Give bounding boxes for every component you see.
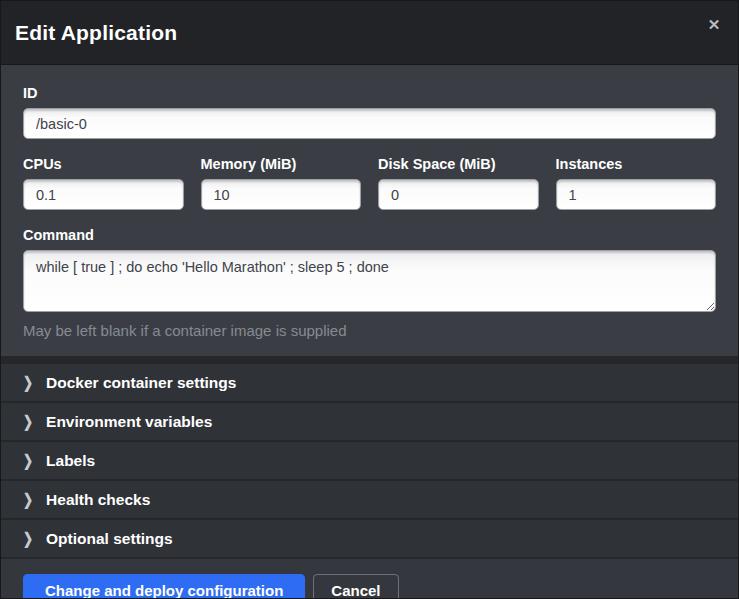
cancel-button[interactable]: Cancel: [313, 574, 398, 599]
modal-footer: Change and deploy configuration Cancel: [1, 559, 738, 599]
modal-title: Edit Application: [15, 21, 177, 45]
change-and-deploy-button[interactable]: Change and deploy configuration: [23, 574, 305, 599]
chevron-right-icon: ❯: [23, 412, 33, 430]
section-label: Optional settings: [46, 530, 173, 548]
section-environment-variables[interactable]: ❯ Environment variables: [1, 403, 738, 440]
instances-input[interactable]: [556, 179, 717, 210]
cpus-field-group: CPUs: [23, 156, 184, 210]
edit-form: ID CPUs Memory (MiB) Disk Space (MiB) In…: [1, 65, 738, 356]
cpus-label: CPUs: [23, 156, 184, 172]
id-input[interactable]: [23, 108, 716, 139]
modal-header: Edit Application ✕: [1, 1, 738, 65]
resources-row: CPUs Memory (MiB) Disk Space (MiB) Insta…: [23, 156, 716, 210]
command-label: Command: [23, 227, 716, 243]
section-label: Labels: [46, 452, 95, 470]
cpus-input[interactable]: [23, 179, 184, 210]
command-field-group: Command while [ true ] ; do echo 'Hello …: [23, 227, 716, 339]
section-label: Environment variables: [46, 413, 212, 431]
chevron-right-icon: ❯: [23, 451, 33, 469]
section-docker-container-settings[interactable]: ❯ Docker container settings: [1, 364, 738, 401]
memory-label: Memory (MiB): [201, 156, 362, 172]
edit-application-modal: Edit Application ✕ ID CPUs Memory (MiB) …: [0, 0, 739, 599]
instances-field-group: Instances: [556, 156, 717, 210]
section-optional-settings[interactable]: ❯ Optional settings: [1, 520, 738, 557]
instances-label: Instances: [556, 156, 717, 172]
disk-input[interactable]: [378, 179, 539, 210]
chevron-right-icon: ❯: [23, 373, 33, 391]
section-health-checks[interactable]: ❯ Health checks: [1, 481, 738, 518]
id-label: ID: [23, 85, 716, 101]
memory-input[interactable]: [201, 179, 362, 210]
disk-label: Disk Space (MiB): [378, 156, 539, 172]
command-help-text: May be left blank if a container image i…: [23, 322, 716, 339]
section-label: Docker container settings: [46, 374, 236, 392]
close-icon: ✕: [708, 16, 721, 33]
chevron-right-icon: ❯: [23, 490, 33, 508]
chevron-right-icon: ❯: [23, 529, 33, 547]
id-field-group: ID: [23, 85, 716, 139]
section-labels[interactable]: ❯ Labels: [1, 442, 738, 479]
memory-field-group: Memory (MiB): [201, 156, 362, 210]
command-textarea[interactable]: while [ true ] ; do echo 'Hello Marathon…: [23, 250, 716, 312]
section-label: Health checks: [46, 491, 150, 509]
collapsible-sections: ❯ Docker container settings ❯ Environmen…: [1, 356, 738, 559]
close-button[interactable]: ✕: [704, 15, 724, 35]
disk-field-group: Disk Space (MiB): [378, 156, 539, 210]
